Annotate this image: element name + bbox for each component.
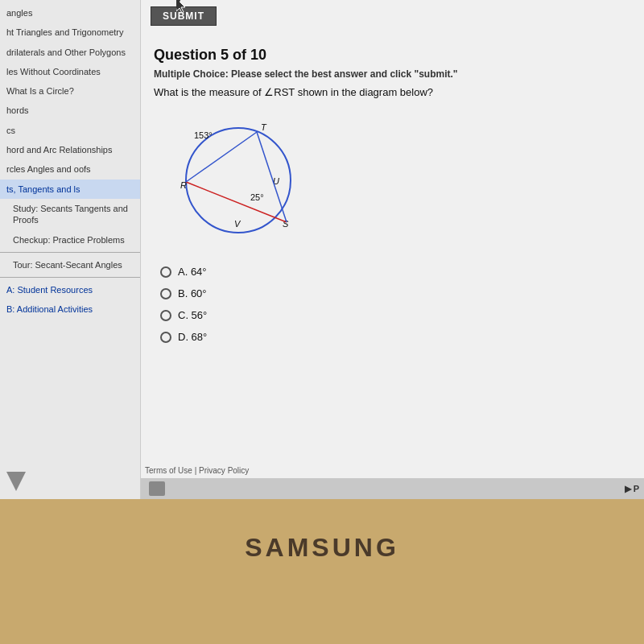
samsung-label: SAMSUNG [245,533,399,563]
sidebar-item-circle[interactable]: What Is a Circle? [0,81,140,101]
answer-label-c: C. 56° [178,309,207,321]
print-icon[interactable] [149,481,165,496]
svg-text:25°: 25° [250,192,264,202]
svg-text:R: R [180,180,187,190]
sidebar-item-tangents[interactable]: ts, Tangents and ls [0,180,140,199]
sidebar-item-arcs[interactable]: cs [0,121,140,140]
answer-choice-b[interactable]: B. 60° [160,287,631,299]
sidebar-item-secant-secant[interactable]: Tour: Secant-Secant Angles [0,255,140,275]
sidebar-item-coords[interactable]: les Without Coordinates [0,62,140,81]
answer-label-b: B. 60° [178,287,207,299]
radio-b[interactable] [160,288,171,299]
sidebar-collapse-icon[interactable] [6,472,26,491]
answer-label-a: A. 64° [178,266,207,278]
terms-link[interactable]: Terms of Use [145,466,192,475]
question-text: What is the measure of ∠RST shown in the… [154,86,631,98]
sidebar-item-chords[interactable]: hords [0,101,140,120]
radio-c[interactable] [160,310,171,321]
sidebar-divider [0,252,140,253]
content-body: Question 5 of 10 Multiple Choice: Please… [141,43,644,499]
sidebar-item-circle-angles[interactable]: rcles Angles and oofs [0,159,140,179]
sidebar-item-chord-arc[interactable]: hord and Arc Relationships [0,140,140,159]
main-content: SUBMIT Question 5 of 10 Multiple Choice:… [141,0,644,499]
submit-button[interactable]: SUBMIT [151,6,217,26]
svg-text:T: T [261,122,267,132]
privacy-link[interactable]: Privacy Policy [199,466,249,475]
sidebar-item-student-resources[interactable]: A: Student Resources [0,280,140,299]
sidebar-footer [0,467,140,496]
sidebar-item-additional-activities[interactable]: B: Additional Activities [0,299,140,319]
radio-a[interactable] [160,266,171,278]
bottom-nav-bar: ▶ P [141,478,644,499]
answer-label-d: D. 68° [178,331,207,343]
answer-choice-d[interactable]: D. 68° [160,331,631,343]
sidebar-item-quadrilaterals[interactable]: drilaterals and Other Polygons [0,43,140,62]
diagram: 153° T U R V S 25° [154,108,331,253]
answer-choice-c[interactable]: C. 56° [160,309,631,321]
question-type: Multiple Choice: Please select the best … [154,68,631,80]
radio-d[interactable] [160,332,171,343]
sidebar-item-study-secants[interactable]: Study: Secants Tangents and Proofs [0,199,140,230]
answer-choice-a[interactable]: A. 64° [160,266,631,278]
question-type-instruction: Please select the best answer and click … [231,68,458,80]
print-area [149,481,165,496]
svg-text:153°: 153° [194,130,213,140]
sidebar-divider2 [0,277,140,278]
sidebar-item-triangles[interactable]: ht Triangles and Trigonometry [0,23,140,42]
sidebar-item-angles[interactable]: angles [0,3,140,23]
samsung-bar: SAMSUNG [0,507,644,588]
question-title: Question 5 of 10 [154,47,631,64]
sidebar-item-checkup[interactable]: Checkup: Practice Problems [0,230,140,250]
svg-text:V: V [234,219,242,229]
question-type-label: Multiple Choice: [154,68,229,80]
next-arrow-label[interactable]: ▶ P [625,484,639,494]
footer-links: Terms of Use | Privacy Policy [145,466,249,475]
svg-line-10 [257,132,287,222]
answer-choices: A. 64° B. 60° C. 56° D. 68° [154,266,631,343]
sidebar: angles ht Triangles and Trigonometry dri… [0,0,141,499]
